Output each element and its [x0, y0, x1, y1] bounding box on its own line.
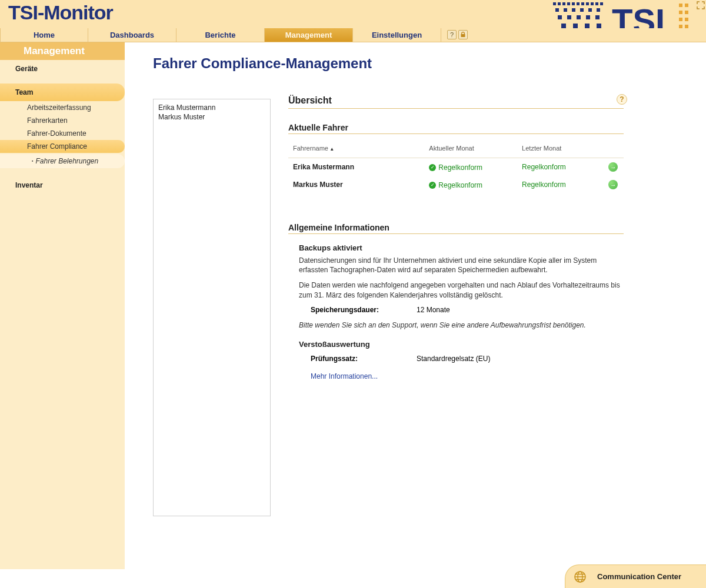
ruleset-value: Standardregelsatz (EU)	[417, 355, 490, 363]
drivers-table: Fahrername Aktueller Monat Letzter Monat…	[288, 142, 624, 193]
communication-center-button[interactable]: Communication Center	[565, 564, 706, 588]
check-icon: ✓	[429, 182, 436, 189]
backups-block: Backups aktiviert Datensicherungen sind …	[288, 243, 624, 380]
sidebar-item-drivercards[interactable]: Fahrerkarten	[0, 114, 125, 127]
svg-rect-11	[555, 8, 559, 12]
sidebar: Management Geräte Team Arbeitszeiterfass…	[0, 42, 125, 569]
sidebar-item-driverdocs[interactable]: Fahrer-Dokumente	[0, 127, 125, 140]
overview-panel: Übersicht ? Aktuelle Fahrer Fahrername A…	[288, 95, 682, 569]
help-icon[interactable]: ?	[447, 30, 457, 39]
nav-home[interactable]: Home	[0, 28, 88, 42]
status-last: Regelkonform	[522, 181, 566, 189]
svg-rect-31	[685, 4, 688, 7]
fullscreen-icon[interactable]	[697, 1, 705, 9]
violation-heading: Verstoßauswertung	[299, 340, 624, 349]
status-current: ✓Regelkonform	[429, 181, 482, 189]
svg-rect-0	[553, 2, 556, 5]
svg-rect-4	[572, 2, 575, 5]
svg-rect-14	[580, 8, 584, 12]
svg-rect-32	[679, 11, 682, 14]
sidebar-item-compliance[interactable]: Fahrer Compliance	[0, 140, 125, 153]
svg-rect-15	[588, 8, 592, 12]
driver-list-panel: Erika Mustermann Markus Muster	[153, 99, 271, 516]
nav-management[interactable]: Management	[265, 28, 353, 42]
svg-rect-1	[558, 2, 561, 5]
svg-rect-33	[685, 11, 688, 14]
svg-rect-19	[577, 15, 581, 19]
svg-rect-24	[585, 24, 590, 28]
app-header: TSI-Monitor TSI	[0, 0, 706, 28]
more-info-link[interactable]: Mehr Informationen...	[311, 372, 378, 380]
overview-heading-label: Übersicht	[288, 95, 332, 105]
backups-text-2: Die Daten werden wie nachfolgend angegeb…	[299, 280, 624, 299]
sidebar-section-team[interactable]: Team	[0, 83, 125, 101]
svg-rect-22	[561, 24, 566, 28]
svg-rect-12	[564, 8, 567, 12]
svg-rect-10	[600, 2, 603, 5]
table-row: Markus Muster ✓Regelkonform Regelkonform…	[288, 176, 624, 193]
check-icon: ✓	[429, 164, 436, 171]
driver-list-item[interactable]: Markus Muster	[158, 112, 265, 122]
general-info-heading: Allgemeine Informationen	[288, 223, 624, 234]
arrow-right-icon[interactable]: →	[608, 162, 618, 172]
svg-rect-2	[562, 2, 565, 5]
svg-rect-8	[591, 2, 594, 5]
support-note: Bitte wenden Sie sich an den Support, we…	[299, 321, 624, 329]
current-drivers-heading: Aktuelle Fahrer	[288, 123, 624, 134]
main-nav: Home Dashboards Berichte Management Eins…	[0, 28, 706, 42]
ruleset-label: Prüfungssatz:	[311, 355, 417, 363]
svg-rect-21	[595, 15, 600, 19]
svg-rect-35	[685, 18, 688, 21]
sidebar-title: Management	[0, 42, 125, 60]
help-icon[interactable]: ?	[617, 94, 627, 105]
nav-reports[interactable]: Berichte	[176, 28, 265, 42]
svg-rect-18	[567, 15, 571, 19]
sidebar-item-worktime[interactable]: Arbeitszeiterfassung	[0, 101, 125, 114]
svg-rect-23	[573, 24, 578, 28]
nav-settings[interactable]: Einstellungen	[353, 28, 441, 42]
app-logo-text: TSI-Monitor	[8, 1, 113, 24]
col-last-month: Letzter Monat	[517, 142, 604, 158]
nav-dashboards[interactable]: Dashboards	[88, 28, 176, 42]
svg-rect-16	[597, 8, 600, 12]
main-content: Fahrer Compliance-Management Erika Muste…	[125, 42, 706, 569]
backups-heading: Backups aktiviert	[299, 243, 624, 252]
svg-rect-7	[586, 2, 589, 5]
cell-driver-name: Markus Muster	[288, 176, 424, 193]
communication-center-label: Communication Center	[597, 572, 681, 581]
lock-icon[interactable]	[458, 30, 468, 39]
retention-label: Speicherungsdauer:	[311, 306, 417, 314]
col-current-month: Aktueller Monat	[424, 142, 517, 158]
overview-heading: Übersicht ?	[288, 95, 624, 109]
sidebar-section-inventory[interactable]: Inventar	[0, 176, 125, 194]
sidebar-section-devices[interactable]: Geräte	[0, 60, 125, 78]
svg-rect-6	[581, 2, 584, 5]
svg-rect-17	[558, 15, 562, 19]
svg-rect-20	[586, 15, 590, 19]
arrow-right-icon[interactable]: →	[608, 180, 618, 189]
globe-icon	[574, 570, 587, 583]
svg-rect-25	[597, 24, 601, 28]
status-last: Regelkonform	[522, 163, 566, 171]
svg-rect-5	[577, 2, 580, 5]
sidebar-item-briefings[interactable]: Fahrer Belehrungen	[0, 154, 125, 168]
svg-rect-34	[679, 18, 682, 21]
table-row: Erika Mustermann ✓Regelkonform Regelkonf…	[288, 158, 624, 176]
svg-rect-9	[595, 2, 598, 5]
cell-driver-name: Erika Mustermann	[288, 158, 424, 176]
backups-text-1: Datensicherungen sind für Ihr Unternehme…	[299, 256, 624, 275]
svg-rect-13	[572, 8, 575, 12]
retention-value: 12 Monate	[417, 306, 450, 314]
status-current: ✓Regelkonform	[429, 163, 482, 172]
col-driver-name[interactable]: Fahrername	[288, 142, 424, 158]
svg-rect-3	[567, 2, 570, 5]
page-title: Fahrer Compliance-Management	[153, 55, 372, 72]
driver-list-item[interactable]: Erika Mustermann	[158, 103, 265, 112]
svg-rect-30	[679, 4, 682, 7]
